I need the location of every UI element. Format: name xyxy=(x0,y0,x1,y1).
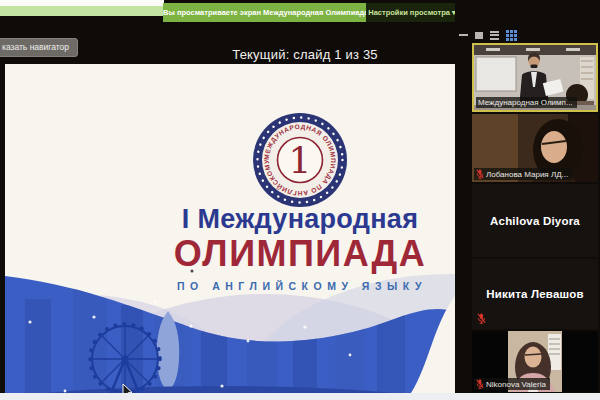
zoom-screenshare-window: Вы просматриваете экран Международная Ол… xyxy=(0,0,600,400)
share-banner-message: Вы просматриваете экран Международная Ол… xyxy=(163,3,366,22)
shared-slide: МЕЖДУНАРОДНАЯ ОЛИМПИАДА ПО АНГЛИЙСКОМУ Я… xyxy=(5,64,455,393)
participant-name-label: Международная Олимп... xyxy=(476,97,577,108)
slide-subtitle: ПО АНГЛИЙСКОМУ ЯЗЫКУ xyxy=(177,280,427,292)
cursor-arrow-icon xyxy=(122,384,134,393)
view-options-label: Настройки просмотра xyxy=(368,8,450,17)
mic-muted-icon xyxy=(477,313,486,324)
seal-number: 1 xyxy=(289,140,312,181)
speaker-view-icon[interactable] xyxy=(475,32,483,39)
video-panel: Международная Олимп... Лобанова Ма xyxy=(455,0,600,393)
slide-title-line1: I Международная xyxy=(182,204,418,235)
participant-name-label: Nikonova Valeria xyxy=(474,378,550,390)
participant-name: Никита Левашов xyxy=(472,259,598,329)
strip-view-icon[interactable] xyxy=(490,31,499,40)
participant-name-label: Лобанова Мария ЛД... xyxy=(474,168,572,180)
participant-tile[interactable]: Никита Левашов xyxy=(472,259,598,329)
view-options-button[interactable]: Настройки просмотра ▾ xyxy=(366,3,458,22)
gallery-view-icon[interactable] xyxy=(506,30,517,41)
share-border-strip xyxy=(0,6,164,16)
participant-tile[interactable]: Nikonova Valeria xyxy=(472,331,598,392)
participant-tile[interactable]: Achilova Diyora xyxy=(472,184,598,257)
bottom-edge-strip xyxy=(0,393,600,400)
participant-tile[interactable]: Лобанова Мария ЛД... xyxy=(472,114,598,182)
video-panel-controls xyxy=(459,29,517,41)
olympiad-seal: МЕЖДУНАРОДНАЯ ОЛИМПИАДА ПО АНГЛИЙСКОМУ Я… xyxy=(252,112,348,208)
participant-tile[interactable]: Международная Олимп... xyxy=(472,43,598,112)
mic-muted-icon xyxy=(476,169,484,179)
slide-title-line2: ОЛИМПИАДА xyxy=(174,233,426,275)
minimize-icon[interactable] xyxy=(459,34,468,36)
ferris-wheel-icon xyxy=(90,324,160,393)
mic-muted-icon xyxy=(476,379,484,389)
slide-counter: Текущий: слайд 1 из 35 xyxy=(155,47,455,62)
participant-name: Achilova Diyora xyxy=(472,184,598,257)
show-navigator-button[interactable]: казать навигатор xyxy=(0,38,78,57)
